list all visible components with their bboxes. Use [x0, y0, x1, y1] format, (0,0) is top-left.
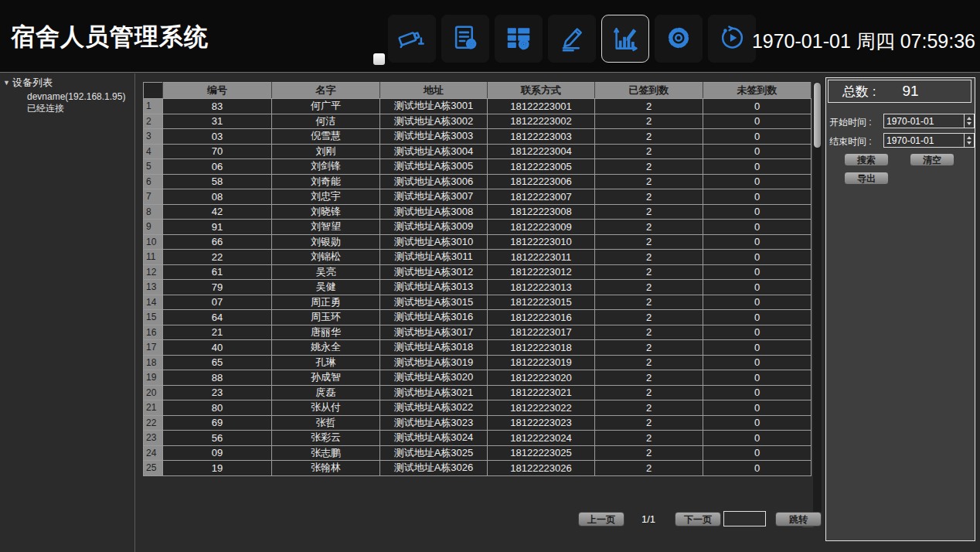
table-cell: 周玉环 [272, 310, 380, 325]
device-list-group[interactable]: ▼设备列表 [3, 76, 134, 90]
table-row[interactable]: 2180张从付测试地址A栋30221812222302220 [144, 400, 812, 416]
table-cell: 2 [595, 220, 703, 235]
scrollbar-thumb[interactable] [814, 83, 821, 148]
row-index-cell: 25 [144, 461, 163, 476]
table-cell: 0 [703, 295, 812, 310]
spin-down-icon[interactable] [965, 121, 974, 128]
table-row[interactable]: 1621唐丽华测试地址A栋30171812222301720 [144, 325, 812, 340]
toolbar-button-report-settings[interactable] [441, 15, 489, 63]
table-row[interactable]: 2356张彩云测试地址A栋30241812222302420 [144, 431, 812, 446]
history-playback-icon [717, 23, 747, 55]
header-datetime: 1970-01-01 周四 07:59:36 [752, 29, 975, 54]
end-time-row: 结束时间 : [829, 133, 973, 148]
table-cell: 03 [163, 129, 272, 145]
table-cell: 吴亮 [272, 264, 380, 280]
table-row[interactable]: 2409张志鹏测试地址A栋30251812222302520 [144, 445, 812, 461]
table-cell: 测试地址A栋3008 [380, 204, 488, 220]
table-cell: 0 [703, 220, 812, 235]
table-cell: 测试地址A栋3017 [380, 325, 488, 340]
table-cell: 2 [595, 189, 703, 205]
row-index-cell: 11 [144, 250, 163, 265]
table-row[interactable]: 1122刘锦松测试地址A栋30111812222301120 [144, 250, 812, 265]
toolbar-button-database-settings[interactable] [495, 15, 543, 63]
table-row[interactable]: 1740姚永全测试地址A栋30181812222301820 [144, 340, 812, 356]
camera-icon [397, 23, 427, 55]
table-row[interactable]: 991刘智望测试地址A栋30091812222300920 [144, 220, 812, 235]
table-cell: 测试地址A栋3003 [380, 129, 488, 145]
table-row[interactable]: 2519张翰林测试地址A栋30261812222302620 [144, 461, 812, 476]
end-time-spinner[interactable] [964, 134, 974, 147]
spin-up-icon[interactable] [965, 134, 974, 141]
row-index-cell: 21 [144, 400, 163, 416]
table-row[interactable]: 1261吴亮测试地址A栋30121812222301220 [144, 264, 812, 280]
toolbar-button-chart-report[interactable] [601, 15, 649, 63]
table-row[interactable]: 1407周正勇测试地址A栋30151812222301520 [144, 295, 812, 310]
table-row[interactable]: 842刘晓锋测试地址A栋30081812222300820 [144, 204, 812, 220]
start-time-input[interactable] [884, 114, 964, 128]
table-row[interactable]: 708刘忠宇测试地址A栋30071812222300720 [144, 189, 812, 205]
table-row[interactable]: 506刘剑锋测试地址A栋30051812222300520 [144, 159, 812, 175]
table-cell: 18122223025 [488, 445, 595, 461]
start-time-label: 开始时间 : [829, 116, 872, 129]
row-index-cell: 24 [144, 445, 163, 461]
clear-button[interactable]: 清空 [910, 153, 954, 166]
toolbar-button-history-playback[interactable] [708, 15, 756, 63]
table-row[interactable]: 2269张哲测试地址A栋30231812222302320 [144, 415, 812, 431]
table-cell: 58 [163, 174, 272, 189]
table-cell: 0 [703, 340, 812, 356]
device-list-label: 设备列表 [12, 77, 53, 88]
search-button[interactable]: 搜索 [844, 153, 889, 166]
collapse-arrow-icon: ▼ [3, 79, 10, 87]
table-row[interactable]: 231何洁测试地址A栋30021812222300220 [144, 114, 812, 129]
spin-down-icon[interactable] [965, 141, 974, 148]
table-cell: 周正勇 [272, 295, 380, 310]
table-cell: 0 [703, 415, 812, 431]
table-cell: 2 [595, 144, 703, 159]
column-header-address: 地址 [380, 83, 488, 99]
table-cell: 18122223012 [488, 264, 595, 280]
prev-page-button[interactable]: 上一页 [578, 512, 624, 526]
jump-page-input[interactable] [723, 511, 766, 526]
toolbar-button-camera[interactable] [388, 15, 436, 63]
table-row[interactable]: 303倪雪慧测试地址A栋30031812222300320 [144, 129, 812, 145]
next-page-button[interactable]: 下一页 [675, 512, 721, 526]
table-row[interactable]: 1066刘银勋测试地址A栋30101812222301020 [144, 234, 812, 250]
total-value: 91 [902, 83, 918, 100]
table-cell: 18122223024 [488, 431, 595, 446]
table-cell: 0 [703, 250, 812, 265]
table-cell: 56 [163, 431, 272, 446]
panel-handle[interactable] [373, 53, 385, 65]
table-cell: 测试地址A栋3005 [380, 159, 488, 175]
row-index-cell: 13 [144, 280, 163, 295]
table-cell: 07 [163, 295, 272, 310]
table-cell: 2 [595, 280, 703, 295]
table-row[interactable]: 1564周玉环测试地址A栋30161812222301620 [144, 310, 812, 325]
table-cell: 姚永全 [272, 340, 380, 356]
page-indicator: 1/1 [641, 513, 655, 525]
table-cell: 测试地址A栋3021 [380, 385, 488, 400]
start-time-spinner[interactable] [964, 114, 974, 128]
edit-icon [557, 23, 587, 55]
device-item[interactable]: devname(192.168.1.95) 已经连接 [27, 91, 134, 114]
toolbar-button-settings[interactable] [655, 15, 703, 63]
toolbar-button-edit[interactable] [548, 15, 596, 63]
table-cell: 88 [163, 370, 272, 386]
row-index-cell: 20 [144, 385, 163, 400]
table-cell: 测试地址A栋3006 [380, 174, 488, 189]
table-row[interactable]: 1865孔琳测试地址A栋30191812222301920 [144, 355, 812, 370]
table-row[interactable]: 658刘奇能测试地址A栋30061812222300620 [144, 174, 812, 189]
end-time-input[interactable] [884, 134, 964, 147]
table-row[interactable]: 1988孙成智测试地址A栋30201812222302020 [144, 370, 812, 386]
table-cell: 22 [163, 250, 272, 265]
export-button[interactable]: 导出 [844, 172, 889, 185]
table-cell: 测试地址A栋3024 [380, 431, 488, 446]
table-row[interactable]: 183何广平测试地址A栋30011812222300120 [144, 99, 812, 114]
spin-up-icon[interactable] [965, 114, 974, 121]
jump-button[interactable]: 跳转 [775, 512, 822, 526]
table-row[interactable]: 470刘刚测试地址A栋30041812222300420 [144, 144, 812, 159]
table-row[interactable]: 1379吴健测试地址A栋30131812222301320 [144, 280, 812, 295]
table-row[interactable]: 2023庹磊测试地址A栋30211812222302120 [144, 385, 812, 400]
device-name: devname(192.168.1.95) [27, 91, 134, 103]
table-cell: 0 [703, 129, 812, 145]
table-scrollbar[interactable] [813, 82, 822, 514]
